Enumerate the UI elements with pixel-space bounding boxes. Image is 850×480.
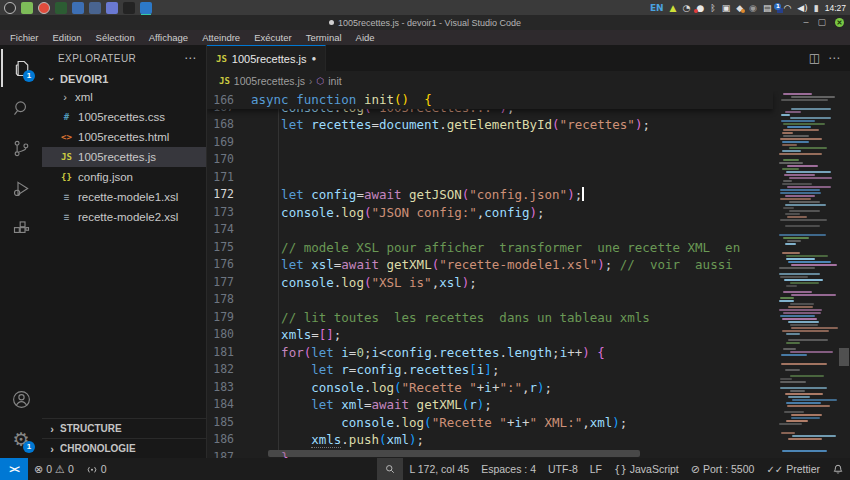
browser-icon[interactable] <box>38 2 50 14</box>
indentation-indicator[interactable]: Espaces : 4 <box>475 458 542 480</box>
screenshot-tool-icon[interactable] <box>72 2 84 14</box>
eye-icon[interactable]: ◉ <box>749 3 757 13</box>
discord-icon[interactable] <box>106 2 118 14</box>
system-monitor-icon[interactable] <box>55 2 67 14</box>
bluetooth-icon[interactable]: ᛒ <box>710 3 715 13</box>
code-line-169[interactable]: 169 <box>207 134 773 152</box>
mint-menu-icon[interactable] <box>4 2 16 14</box>
line-text: let r=config.recettes[i]; <box>251 361 773 379</box>
code-line-175[interactable]: 175 // modele XSL pour afficher transfor… <box>207 239 773 257</box>
code-line-179[interactable]: 179 // lit toutes les recettes dans un t… <box>207 309 773 327</box>
volume-icon[interactable]: ◀) <box>797 3 807 13</box>
close-button[interactable]: ✕ <box>835 18 844 27</box>
code-line-171[interactable]: 171 <box>207 169 773 187</box>
battery-icon[interactable]: ▮ <box>814 3 819 13</box>
remote-indicator[interactable]: >< <box>0 458 28 480</box>
code-line-181[interactable]: 181 for(let i=0;i<config.recettes.length… <box>207 344 773 362</box>
folder-devoir1[interactable]: › DEVOIR1 <box>42 71 206 87</box>
code-line-176[interactable]: 176 let xsl=await getXML("recette-modele… <box>207 256 773 274</box>
file-item-xml[interactable]: ›xml <box>42 87 206 107</box>
eol-indicator[interactable]: LF <box>584 458 608 480</box>
window-title: 1005recettes.js - devoir1 - Visual Studi… <box>329 18 521 28</box>
code-line-172[interactable]: 172 let config=await getJSON("config.jso… <box>207 186 773 204</box>
source-control-icon[interactable] <box>1 129 41 167</box>
code-line-184[interactable]: 184 let xml=await getXML(r); <box>207 396 773 414</box>
encoding-indicator[interactable]: UTF-8 <box>542 458 584 480</box>
code-line-180[interactable]: 180 xmls=[]; <box>207 326 773 344</box>
editor-more-icon[interactable]: ⋯ <box>828 51 840 65</box>
code-editor[interactable]: 166async function init() { 167 console.l… <box>207 91 850 458</box>
section-chronologie[interactable]: › CHRONOLOGIE <box>42 438 206 458</box>
file-item-recette-modele2-xsl[interactable]: ≡recette-modele2.xsl <box>42 207 206 227</box>
section-structure[interactable]: › STRUCTURE <box>42 418 206 438</box>
file-manager-icon[interactable] <box>21 2 33 14</box>
file-item-1005recettes-js[interactable]: JS1005recettes.js <box>42 147 206 167</box>
formatter-indicator[interactable]: ✓✓ Prettier <box>760 458 826 480</box>
problems-indicator[interactable]: ⊗ 0 ⚠ 0 <box>28 458 80 480</box>
ports-indicator[interactable]: 0 <box>80 458 113 480</box>
breadcrumb-symbol[interactable]: init <box>328 75 341 87</box>
zoom-indicator[interactable] <box>377 458 403 480</box>
code-line-186[interactable]: 186 xmls.push(xml); <box>207 431 773 449</box>
code-line-182[interactable]: 182 let r=config.recettes[i]; <box>207 361 773 379</box>
code-line-185[interactable]: 185 console.log("Recette "+i+" XML:",xml… <box>207 414 773 432</box>
keyboard-language-indicator[interactable]: EN <box>650 3 664 13</box>
code-line-167[interactable]: 167 console.log("1005recettes..."); <box>207 109 773 116</box>
run-debug-icon[interactable] <box>1 169 41 207</box>
maximize-button[interactable]: ▢ <box>817 18 826 27</box>
printer-icon[interactable]: ▤ <box>763 3 772 13</box>
breadcrumb-file[interactable]: 1005recettes.js <box>234 75 305 87</box>
code-line-170[interactable]: 170 <box>207 151 773 169</box>
explorer-icon[interactable]: 1 <box>1 49 41 87</box>
notifications-bell[interactable] <box>826 458 850 480</box>
code-line-168[interactable]: 168 let recettes=document.getElementById… <box>207 116 773 134</box>
menu-fichier[interactable]: Fichier <box>4 31 45 44</box>
search-icon[interactable] <box>1 89 41 127</box>
terminal-icon[interactable] <box>123 2 135 14</box>
flask-icon[interactable]: ▲ <box>670 3 677 13</box>
menu-executer[interactable]: Exécuter <box>248 31 298 44</box>
clipboard-icon[interactable]: ▣ <box>722 3 731 13</box>
code-line-183[interactable]: 183 console.log("Recette "+i+":",r); <box>207 379 773 397</box>
cursor-position[interactable]: L 172, col 45 <box>403 458 475 480</box>
vertical-scrollbar[interactable] <box>838 91 850 458</box>
language-mode[interactable]: {} JavaScript <box>608 458 685 480</box>
live-server-port[interactable]: ⊘ Port : 5500 <box>685 458 761 480</box>
menu-selection[interactable]: Sélection <box>90 31 141 44</box>
shield-icon[interactable]: ◆ <box>736 3 743 13</box>
file-item-1005recettes-html[interactable]: <>1005recettes.html <box>42 127 206 147</box>
file-item-recette-modele1-xsl[interactable]: ≡recette-modele1.xsl <box>42 187 206 207</box>
wifi-icon[interactable]: ◠ <box>783 3 791 13</box>
obs-icon[interactable]: ◔ <box>683 3 691 13</box>
horizontal-scrollbar-slider[interactable] <box>268 450 640 457</box>
tab-1005recettes-js[interactable]: JS 1005recettes.js ● <box>207 45 326 71</box>
split-editor-icon[interactable]: ◫ <box>809 51 820 65</box>
code-line-177[interactable]: 177 console.log("XSL is",xsl); <box>207 274 773 292</box>
minimize-button[interactable]: – <box>803 18 808 27</box>
code-line-173[interactable]: 173 console.log("JSON config:",config); <box>207 204 773 222</box>
discord-tray-icon[interactable]: ● <box>696 3 704 13</box>
menu-edition[interactable]: Edition <box>47 31 88 44</box>
file-item-1005recettes-css[interactable]: #1005recettes.css <box>42 107 206 127</box>
sticky-scroll-line[interactable]: 166async function init() { <box>207 91 773 109</box>
minimap[interactable] <box>773 91 838 458</box>
line-number: 177 <box>207 274 251 292</box>
menu-atteindre[interactable]: Atteindre <box>196 31 246 44</box>
code-line-178[interactable]: 178 <box>207 291 773 309</box>
js-file-icon: JS <box>216 54 227 64</box>
vertical-scrollbar-slider[interactable] <box>839 348 849 366</box>
vscode-icon[interactable] <box>140 2 152 14</box>
file-item-config-json[interactable]: {}config.json <box>42 167 206 187</box>
menu-affichage[interactable]: Affichage <box>143 31 194 44</box>
explorer-badge: 1 <box>23 70 35 82</box>
mail-icon[interactable] <box>89 2 101 14</box>
extensions-icon[interactable] <box>1 209 41 247</box>
account-icon[interactable] <box>1 380 41 418</box>
settings-gear-icon[interactable]: ⚙ 1 <box>1 420 41 458</box>
menu-aide[interactable]: Aide <box>350 31 381 44</box>
code-line-174[interactable]: 174 <box>207 221 773 239</box>
modified-dot-icon[interactable]: ● <box>311 54 316 63</box>
menu-terminal[interactable]: Terminal <box>300 31 348 44</box>
line-number: 173 <box>207 204 251 222</box>
more-actions-icon[interactable]: ⋯ <box>184 51 196 65</box>
